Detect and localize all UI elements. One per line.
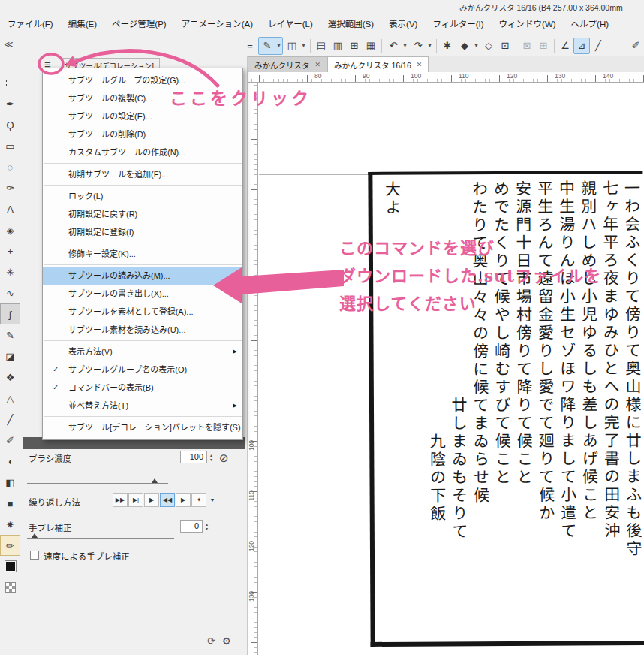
- brush-density-spinner[interactable]: ▴ ▾: [208, 451, 215, 463]
- balloon-tool[interactable]: ◖: [0, 451, 20, 472]
- snap-ruler-icon[interactable]: ∠: [557, 38, 573, 54]
- undo-button[interactable]: ↶ ▾: [384, 37, 409, 55]
- frame-tool[interactable]: ▭: [0, 135, 20, 156]
- decoration-tool[interactable]: ✳: [0, 261, 20, 282]
- operation-dropdown-icon[interactable]: ▾: [275, 42, 282, 49]
- save-file-icon[interactable]: ⊞: [346, 38, 363, 54]
- stabilization-value[interactable]: 0: [180, 520, 203, 533]
- menu-file[interactable]: ファイル(F): [0, 13, 61, 35]
- palette-menu-icon[interactable]: ≡: [242, 38, 258, 54]
- rect-tool[interactable]: ■: [0, 493, 20, 514]
- menu-selection[interactable]: 選択範囲(S): [320, 13, 381, 35]
- pencil-tool[interactable]: ✎: [0, 324, 20, 346]
- menu-item-import-subtool[interactable]: サブツールの読み込み(M)...: [43, 267, 242, 285]
- menu-item-import-subtool-material[interactable]: サブツール素材を読み込み(U)...: [43, 321, 242, 339]
- menu-item-display-method[interactable]: 表示方法(V) ▶: [43, 343, 242, 361]
- move-tool[interactable]: +: [0, 240, 20, 261]
- close-icon[interactable]: ✕: [417, 61, 423, 68]
- menu-item-register-to-default[interactable]: 初期設定に登録(I): [43, 223, 242, 241]
- clear-icon[interactable]: ✱: [439, 38, 456, 54]
- export-file-icon[interactable]: ▦: [363, 38, 379, 54]
- menu-item-show-group-name[interactable]: ✓ サブツールグループ名の表示(O): [43, 361, 242, 379]
- brush-density-handle[interactable]: [152, 478, 158, 483]
- open-file-icon[interactable]: ▥: [330, 38, 346, 54]
- grid-a-icon[interactable]: ⊠: [519, 38, 535, 54]
- frame-icon[interactable]: ⊡: [497, 38, 513, 54]
- brush-tool[interactable]: ✐: [0, 430, 20, 451]
- gradient-map-tool[interactable]: ◈: [0, 219, 20, 240]
- menu-item-reset-to-default[interactable]: 初期設定に戻す(R): [43, 205, 242, 223]
- selected-pen-tool[interactable]: ✏: [0, 535, 20, 556]
- fill-tool[interactable]: ◧: [0, 472, 20, 493]
- figure-tool[interactable]: △: [0, 388, 20, 409]
- spinner-down-icon[interactable]: ▾: [206, 527, 208, 531]
- menu-item-export-subtool[interactable]: サブツールの書き出し(X)...: [43, 285, 242, 303]
- repeat-play-icon[interactable]: ▶: [144, 493, 159, 507]
- operation-tool-button[interactable]: ✎ ▾: [258, 37, 283, 55]
- brush-density-slider[interactable]: [27, 483, 168, 484]
- eyedropper-tool[interactable]: ✑: [0, 177, 20, 198]
- blend-dropdown-icon[interactable]: ▾: [300, 42, 307, 49]
- eraser-tool[interactable]: ◪: [0, 346, 20, 367]
- line-tool[interactable]: ╱: [0, 409, 20, 430]
- menu-help[interactable]: ヘルプ(H): [564, 13, 616, 35]
- close-icon[interactable]: ✕: [315, 61, 321, 68]
- menu-animation[interactable]: アニメーション(A): [174, 13, 260, 35]
- no-effect-source-icon[interactable]: ⊘: [219, 451, 229, 465]
- airbrush-tool[interactable]: ❖: [0, 367, 20, 388]
- menu-item-delete-subtool[interactable]: サブツールの削除(D): [43, 125, 242, 143]
- menu-item-duplicate-subtool[interactable]: サブツールの複製(C)...: [43, 89, 242, 107]
- tab-mikan-crysta[interactable]: みかんクリスタ ✕: [248, 56, 327, 72]
- shape-icon[interactable]: ◇: [480, 38, 497, 54]
- menu-item-lock[interactable]: ロック(L): [43, 187, 242, 205]
- menu-layer[interactable]: レイヤー(L): [260, 13, 320, 35]
- stabilization-spinner[interactable]: ▴ ▾: [203, 520, 210, 533]
- redo-dropdown-icon[interactable]: ▾: [426, 42, 433, 49]
- main-color-swatch[interactable]: [0, 556, 20, 577]
- tab-mikan-crysta-16[interactable]: みかんクリスタ 16/16 ✕: [327, 56, 429, 72]
- stabilization-slider[interactable]: [27, 538, 174, 539]
- sparkle-tool[interactable]: ✷: [0, 514, 20, 535]
- menu-edit[interactable]: 編集(E): [61, 13, 104, 35]
- repeat-forward-icon[interactable]: ▶▶: [113, 493, 128, 507]
- new-file-icon[interactable]: ▤: [313, 38, 330, 54]
- fill-button[interactable]: ◆ ▾: [456, 37, 480, 55]
- spinner-down-icon[interactable]: ▾: [210, 457, 212, 462]
- snap-special-icon[interactable]: ⊿: [573, 38, 590, 54]
- menu-page-management[interactable]: ページ管理(P): [104, 13, 174, 35]
- menu-item-modifier-key-settings[interactable]: 修飾キー設定(K)...: [43, 245, 242, 263]
- repeat-reverse-icon[interactable]: ◀◀: [160, 493, 175, 507]
- pen-settings-icon[interactable]: ✐: [627, 38, 644, 54]
- menu-item-subtool-settings[interactable]: サブツールの設定(E)...: [43, 107, 242, 125]
- curve-tool[interactable]: ʃ: [0, 303, 20, 324]
- menu-item-sort-method[interactable]: 並べ替え方法(T) ▶: [43, 397, 242, 415]
- menu-filter[interactable]: フィルター(I): [425, 13, 491, 35]
- repeat-to-end-icon[interactable]: ▶|: [128, 493, 143, 507]
- marquee-tool[interactable]: [0, 72, 20, 93]
- menu-item-create-custom-subtool[interactable]: カスタムサブツールの作成(N)...: [43, 143, 242, 161]
- menu-item-show-command-bar[interactable]: ✓ コマンドバーの表示(B): [43, 379, 242, 397]
- blend-tool-button[interactable]: ◫ ▾: [283, 37, 308, 55]
- stabilization-handle[interactable]: [32, 533, 38, 538]
- brush-density-value[interactable]: 100: [180, 451, 207, 463]
- subtool-settings-icon[interactable]: ⚙: [222, 635, 231, 647]
- menu-item-register-subtool-as-material[interactable]: サブツールを素材として登録(A)...: [43, 303, 242, 321]
- redo-button[interactable]: ↷ ▾: [409, 37, 434, 55]
- menu-item-add-initial-subtool[interactable]: 初期サブツールを追加(F)...: [43, 165, 242, 183]
- pen-tool[interactable]: ✒: [0, 93, 20, 114]
- fill-dropdown-icon[interactable]: ▾: [473, 42, 480, 49]
- blend-tool[interactable]: ∿: [0, 282, 20, 303]
- zoom-tool[interactable]: Ϙ: [0, 114, 20, 135]
- text-tool[interactable]: A: [0, 198, 20, 219]
- repeat-random-icon[interactable]: ✦: [191, 493, 206, 507]
- menu-view[interactable]: 表示(V): [381, 13, 425, 35]
- repeat-play2-icon[interactable]: ▶: [176, 493, 191, 507]
- menu-item-subtool-group-settings[interactable]: サブツールグループの設定(G)...: [43, 71, 242, 89]
- grid-b-icon[interactable]: ⊞: [535, 38, 552, 54]
- menu-item-hide-palette[interactable]: サブツール[デコレーション]パレットを隠す(S): [43, 418, 242, 436]
- lasso-tool[interactable]: ◌: [0, 156, 20, 177]
- undo-dropdown-icon[interactable]: ▾: [402, 42, 408, 49]
- pattern-swatch[interactable]: [0, 577, 20, 598]
- snap-grid-icon[interactable]: ╱: [590, 38, 606, 54]
- collapse-palette-icon[interactable]: ≪: [4, 39, 14, 50]
